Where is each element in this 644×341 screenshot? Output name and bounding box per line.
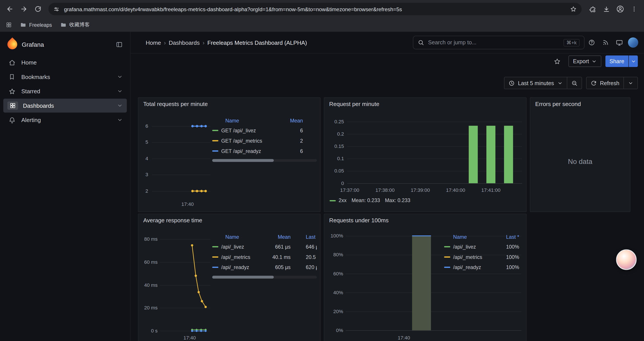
bookmark-icon <box>8 74 16 80</box>
apps-grid-icon[interactable] <box>6 22 12 28</box>
legend-row: GET /api/_metrics 2 <box>212 136 317 146</box>
series-line <box>192 126 206 127</box>
legend-col-name[interactable]: Name <box>444 234 494 240</box>
reload-icon[interactable] <box>31 3 44 16</box>
gridline <box>346 292 521 293</box>
x-tick: 17:40:00 <box>441 187 470 193</box>
legend-col-mean[interactable]: Mean <box>280 118 303 124</box>
series-point <box>191 125 194 127</box>
back-icon[interactable] <box>3 3 16 16</box>
sidebar-item-alerting[interactable]: Alerting <box>3 113 127 127</box>
sidebar-item-starred[interactable]: Starred <box>3 84 127 98</box>
series-last: 100% <box>496 264 519 270</box>
legend-row: /api/_livez 661 µs 646 µs <box>212 242 317 252</box>
legend-scrollbar[interactable] <box>212 159 317 162</box>
series-mean: 2 <box>280 138 303 144</box>
share-button[interactable]: Share <box>606 56 628 67</box>
series-name[interactable]: GET /api/_readyz <box>221 148 261 154</box>
legend-col-last[interactable]: Last * <box>293 234 317 240</box>
user-avatar[interactable] <box>628 37 638 48</box>
series-name[interactable]: /api/_livez <box>453 244 476 249</box>
series-name[interactable]: GET /api/_livez <box>221 128 256 133</box>
legend-scrollbar[interactable] <box>212 276 317 278</box>
x-tick: 17:40 <box>390 335 418 340</box>
legend-row: GET /api/_livez 6 <box>212 125 317 136</box>
legend-col-last[interactable]: Last * <box>496 234 519 240</box>
search-box[interactable]: ⌘+k <box>413 36 584 49</box>
grafana-logo[interactable] <box>5 37 19 51</box>
legend-col-name[interactable]: Name <box>212 118 278 124</box>
gridline <box>347 159 522 159</box>
zoom-out-button[interactable] <box>566 77 581 89</box>
bookmark-star-icon[interactable] <box>570 6 577 12</box>
chevron-down-icon[interactable] <box>117 103 123 108</box>
forward-icon[interactable] <box>17 3 30 16</box>
panel-title[interactable]: Request per minute <box>329 101 380 107</box>
chevron-down-icon <box>628 80 633 86</box>
time-controls: Last 5 minutes Refresh <box>130 69 644 89</box>
series-name[interactable]: /api/_readyz <box>221 264 249 270</box>
extensions-icon[interactable] <box>586 3 599 16</box>
sidebar-item-bookmarks[interactable]: Bookmarks <box>3 70 127 84</box>
export-button[interactable]: Export <box>568 56 601 67</box>
url-input[interactable] <box>63 6 566 13</box>
help-icon[interactable] <box>584 36 598 50</box>
legend-col-mean[interactable]: Mean <box>271 234 291 240</box>
time-range-picker[interactable]: Last 5 minutes <box>504 77 566 89</box>
panel-title[interactable]: Requests under 100ms <box>329 217 389 224</box>
search-input[interactable] <box>427 39 560 46</box>
series-mean: 6 <box>280 128 303 133</box>
x-tick: 17:40 <box>173 201 202 207</box>
y-tick: 5 <box>139 139 148 145</box>
series-name[interactable]: /api/_readyz <box>453 264 481 270</box>
monitor-icon[interactable] <box>612 36 626 50</box>
site-settings-icon[interactable] <box>53 6 60 12</box>
breadcrumb-dashboards[interactable]: Dashboards <box>169 39 200 46</box>
x-tick: 17:37:00 <box>335 187 364 193</box>
series-name[interactable]: 2xx <box>339 198 346 203</box>
series-name[interactable]: /api/_metrics <box>453 254 482 260</box>
bookmark-item[interactable]: Freeleaps <box>20 22 52 28</box>
home-icon <box>8 59 16 66</box>
url-bar[interactable] <box>48 3 582 15</box>
zoom-out-icon <box>571 80 577 86</box>
floating-assistant-avatar[interactable] <box>616 249 637 270</box>
favorite-star-icon[interactable] <box>550 54 564 68</box>
page-header: Home › Dashboards › Freeleaps Metrics Da… <box>130 32 644 53</box>
collapse-sidebar-icon[interactable] <box>116 41 123 48</box>
browser-menu-icon[interactable] <box>628 3 641 16</box>
bookmark-label[interactable]: Freeleaps <box>29 22 52 28</box>
y-tick: 3 <box>139 172 148 178</box>
legend-col-name[interactable]: Name <box>212 234 269 240</box>
breadcrumb-home[interactable]: Home <box>146 39 161 46</box>
refresh-interval-chevron[interactable] <box>624 77 638 89</box>
panel-title[interactable]: Errors per second <box>535 101 581 107</box>
chevron-down-icon[interactable] <box>117 74 123 80</box>
series-name[interactable]: /api/_metrics <box>221 254 250 260</box>
search-icon <box>418 40 424 46</box>
browser-chrome: Freeleaps 收藏博客 <box>0 0 644 32</box>
sidebar-item-dashboards[interactable]: Dashboards <box>3 99 127 113</box>
series-name[interactable]: /api/_livez <box>221 244 244 249</box>
chevron-down-icon[interactable] <box>117 88 123 94</box>
share-split-button: Share <box>606 56 638 67</box>
legend-scrollbar-thumb[interactable] <box>212 159 274 162</box>
share-menu-chevron[interactable] <box>629 56 638 67</box>
news-rss-icon[interactable] <box>598 36 612 50</box>
series-name[interactable]: GET /api/_metrics <box>221 138 262 144</box>
chevron-down-icon[interactable] <box>117 117 123 123</box>
profile-avatar-icon[interactable] <box>614 3 627 16</box>
bookmark-label[interactable]: 收藏博客 <box>69 21 90 28</box>
y-tick: 6 <box>139 123 148 129</box>
panel-title[interactable]: Total requests per minute <box>143 101 208 107</box>
refresh-button[interactable]: Refresh <box>586 77 624 89</box>
sidebar-item-home[interactable]: Home <box>3 56 127 70</box>
bookmark-item[interactable]: 收藏博客 <box>60 21 90 28</box>
legend-row: /api/_metrics 40.1 ms 20.5 ms <box>212 252 317 262</box>
panel-errors-per-second: Errors per second No data <box>530 97 630 212</box>
chevron-down-icon <box>631 59 636 64</box>
legend-scrollbar-thumb[interactable] <box>212 276 274 278</box>
downloads-icon[interactable] <box>600 3 613 16</box>
series-mean: 605 µs <box>271 264 291 270</box>
series-color-dash <box>444 267 450 268</box>
